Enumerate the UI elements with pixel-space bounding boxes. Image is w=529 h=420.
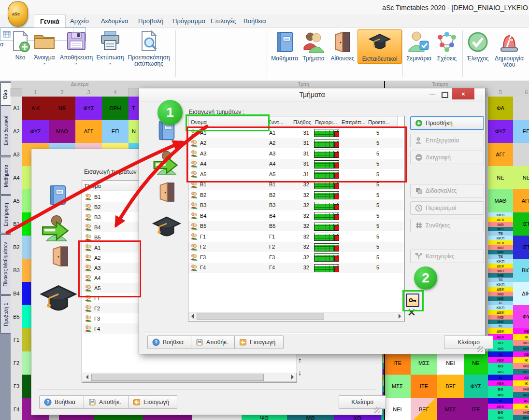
side-tab-Πίνακας Μαθημάτων[interactable]: Πίνακας Μαθημάτων bbox=[0, 234, 11, 294]
minimize-button[interactable]: — bbox=[427, 90, 438, 99]
x-mark-icon[interactable] bbox=[408, 308, 415, 316]
chevron-down-icon[interactable]: ▼ bbox=[43, 62, 46, 65]
move-down-button[interactable]: ↓ bbox=[298, 368, 302, 377]
cell-name: B4 bbox=[190, 210, 263, 221]
cell-count: 31 bbox=[291, 148, 309, 159]
resize-grip[interactable] bbox=[477, 346, 483, 352]
move-up-button[interactable]: ↑ bbox=[298, 356, 302, 364]
chevron-down-icon[interactable]: ▼ bbox=[75, 62, 78, 65]
διαγραφή-button[interactable]: Διαγραφή bbox=[410, 151, 484, 164]
συνθήκες-button[interactable]: Συνθήκες bbox=[410, 219, 484, 232]
row-header-Γ1: Γ1 bbox=[11, 328, 23, 352]
ribbon-Τμήματα[interactable]: Τμήματα bbox=[300, 29, 328, 63]
εισαγωγή-button[interactable]: Εισαγωγή bbox=[234, 336, 284, 349]
timetable-cell-ΘΡΗ: ΘΡΗ bbox=[102, 97, 129, 120]
scroll-left-icon[interactable] bbox=[188, 312, 196, 320]
timetable-cell-ΝΕ: ΝΕ bbox=[513, 166, 529, 190]
person-pair-icon bbox=[85, 234, 92, 241]
table-row-Γ2[interactable]: Γ2Γ2325 bbox=[188, 242, 403, 252]
εισαγωγή-button[interactable]: Εισαγωγή bbox=[128, 395, 177, 409]
table-row-A2[interactable]: A2A2315 bbox=[188, 138, 403, 149]
timetable-cell-ΑΓΓ: ΑΓΓ bbox=[488, 143, 514, 167]
side-tab-Επιτήρηση[interactable]: Επιτήρηση bbox=[0, 196, 11, 233]
side-tab-Όλο[interactable]: Όλο bbox=[0, 83, 11, 106]
table-row-A4[interactable]: A4A4315 bbox=[188, 159, 403, 169]
scroll-thumb[interactable] bbox=[197, 313, 324, 320]
person-pair-icon bbox=[190, 202, 198, 209]
ribbon-Αίθουσες[interactable]: Αίθουσες bbox=[329, 29, 357, 63]
table-row-Γ3[interactable]: Γ3Γ3325 bbox=[188, 252, 403, 263]
chevron-down-icon[interactable]: ▼ bbox=[109, 62, 112, 65]
βοήθεια-button[interactable]: ?Βοήθεια bbox=[147, 336, 197, 349]
προσθήκη-button[interactable]: Προσθήκη bbox=[410, 116, 484, 130]
διδασκαλίες-button[interactable]: Διδασκαλίες bbox=[410, 184, 484, 197]
row-header-B5: B5 bbox=[11, 305, 23, 329]
menu-tab-Δεδομένα[interactable]: Δεδομένα bbox=[95, 14, 134, 28]
cell-constraints-grid bbox=[314, 264, 339, 272]
κατηγορίες-button[interactable]: Κατηγορίες bbox=[410, 250, 484, 263]
ribbon-Έλεγχος[interactable]: Έλεγχος bbox=[464, 29, 492, 63]
scroll-thumb[interactable] bbox=[91, 374, 264, 381]
column-header-Όνομα[interactable]: Όνομα∕ bbox=[188, 116, 271, 127]
table-row-A1[interactable]: A1A1315 bbox=[188, 127, 403, 138]
table-hscrollbar[interactable] bbox=[188, 312, 403, 321]
cell-constraints-grid bbox=[314, 129, 339, 137]
side-tab-Εκπαιδευτικοί[interactable]: Εκπαιδευτικοί bbox=[0, 105, 11, 156]
person-pair-icon bbox=[85, 284, 92, 292]
ribbon-Δημιουργία[interactable]: Δημιουργίανέου bbox=[494, 29, 525, 69]
person-pair-icon bbox=[190, 160, 198, 168]
resize-grip[interactable] bbox=[374, 407, 380, 413]
cell-count: 32 bbox=[291, 263, 309, 273]
scroll-right-icon[interactable] bbox=[396, 312, 403, 320]
menu-tab-Επιλογές[interactable]: Επιλογές bbox=[205, 14, 242, 28]
table-row-Γ4[interactable]: Γ4Γ4325 bbox=[188, 263, 403, 273]
person-pair-icon bbox=[190, 243, 198, 251]
timetable-cell bbox=[513, 143, 529, 167]
ribbon-Εκτύπωση[interactable]: Εκτύπωση▼ bbox=[95, 29, 126, 65]
scroll-right-icon[interactable] bbox=[288, 373, 296, 380]
menu-tab-Προβολή[interactable]: Προβολή bbox=[132, 14, 169, 28]
table-row-B1[interactable]: B1B1325 bbox=[188, 180, 403, 190]
ribbon-Μαθήματα[interactable]: Μαθήματα bbox=[271, 29, 299, 63]
close-icon[interactable]: × bbox=[452, 88, 474, 99]
person-pair-icon bbox=[190, 150, 198, 157]
table-row-B4[interactable]: B4B4325 bbox=[188, 210, 403, 221]
menu-tab-Βοήθεια[interactable]: Βοήθεια bbox=[238, 14, 272, 28]
scroll-left-icon[interactable] bbox=[83, 373, 91, 380]
list-item-label: A3 bbox=[94, 265, 100, 271]
table-row-B3[interactable]: B3B3325 bbox=[188, 200, 403, 211]
menu-tab-Αρχείο[interactable]: Αρχείο bbox=[64, 14, 95, 28]
ribbon-label: Αποθήκευση bbox=[60, 55, 93, 61]
maximize-button[interactable] bbox=[440, 90, 450, 99]
floppy-icon bbox=[88, 398, 96, 406]
table-row-Γ1[interactable]: Γ1Γ1325 bbox=[188, 231, 403, 242]
table-row-A5[interactable]: A5A5315 bbox=[188, 169, 403, 180]
cell-name: Γ2 bbox=[190, 242, 263, 252]
αποθήκ-button[interactable]: Αποθήκ. bbox=[84, 395, 133, 409]
button-label: Επεξεργασία bbox=[426, 137, 459, 144]
key-button[interactable] bbox=[406, 294, 419, 307]
person-pair-icon bbox=[190, 264, 198, 271]
classes-table[interactable]: Όνομα∕Συντ...ΠλήθοςΠεριορι...Επιτρέπ...Π… bbox=[188, 116, 405, 322]
close-dialog-button[interactable]: Κλείσιμο bbox=[444, 336, 493, 349]
βοήθεια-button[interactable]: ?Βοήθεια bbox=[39, 395, 88, 409]
ribbon-Αποθήκευση[interactable]: Αποθήκευση▼ bbox=[61, 29, 92, 65]
column-header-Προετο...[interactable]: Προετο... bbox=[366, 116, 398, 127]
επεξεργασία-button[interactable]: Επεξεργασία bbox=[410, 134, 484, 147]
ribbon-Σχέσεις[interactable]: Σχέσεις bbox=[433, 29, 461, 63]
ribbon-Σεμινάρια[interactable]: Σεμινάρια bbox=[405, 29, 433, 63]
περιορισμοί-button[interactable]: Περιορισμοί bbox=[410, 201, 484, 215]
ribbon-Εκπαιδευτικοί[interactable]: Εκπαιδευτικοί bbox=[357, 29, 402, 64]
back-list-hscrollbar[interactable] bbox=[83, 373, 297, 382]
cell-allowed bbox=[339, 231, 363, 242]
table-row-A3[interactable]: A3A3315 bbox=[188, 148, 403, 159]
αποθήκ-button[interactable]: Αποθήκ. bbox=[191, 336, 240, 349]
side-tab-Μαθήματα[interactable]: Μαθήματα bbox=[0, 157, 11, 195]
table-row-B2[interactable]: B2B2325 bbox=[188, 190, 403, 200]
ribbon-Άνοιγμα[interactable]: Άνοιγμα▼ bbox=[29, 29, 60, 65]
table-row-B5[interactable]: B5B5325 bbox=[188, 221, 403, 232]
menu-tab-Γενικά[interactable]: Γενικά bbox=[34, 14, 66, 28]
ribbon-Προεπισκόπηση[interactable]: Προεπισκόπησηεκτύπωσης bbox=[129, 29, 169, 67]
cell-constraints-grid bbox=[314, 233, 339, 241]
side-tab-Προβολή 1[interactable]: Προβολή 1 bbox=[0, 295, 11, 334]
